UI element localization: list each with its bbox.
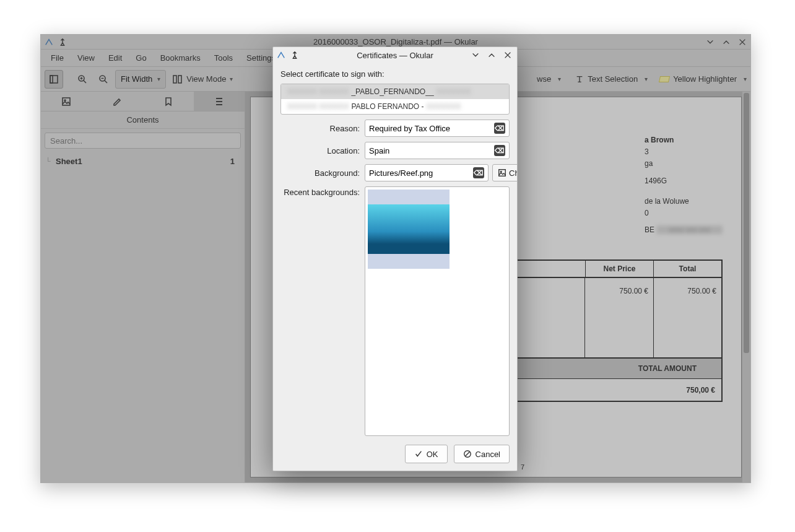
recent-backgrounds-box — [365, 186, 510, 436]
sidebar-tab-thumbnails[interactable] — [41, 92, 92, 111]
menu-tools[interactable]: Tools — [208, 51, 239, 65]
clear-icon[interactable]: ⌫ — [473, 167, 484, 178]
menu-view[interactable]: View — [71, 51, 101, 65]
menu-go[interactable]: Go — [129, 51, 152, 65]
dialog-prompt: Select certificate to sign with: — [280, 69, 510, 79]
sidebar-tab-bookmarks[interactable] — [143, 92, 194, 111]
cancel-button[interactable]: Cancel — [454, 445, 510, 463]
location-input[interactable]: ⌫ — [365, 142, 510, 159]
certificate-item[interactable]: XXXXXX XXXXXX PABLO FERNANDO - XXXXXXX — [281, 99, 509, 114]
close-button[interactable] — [738, 38, 747, 46]
dialog-close-button[interactable] — [503, 51, 512, 59]
background-input[interactable]: ⌫ — [365, 164, 489, 181]
sidebar-search-input[interactable] — [45, 133, 241, 149]
view-mode-button[interactable]: View Mode▾ — [168, 70, 237, 89]
browse-button-cutoff[interactable]: wse — [532, 70, 555, 89]
reason-input[interactable]: ⌫ — [365, 120, 510, 137]
sidebar-tab-contents[interactable] — [194, 92, 245, 111]
zoom-out-button[interactable] — [94, 70, 113, 89]
svg-rect-1 — [50, 76, 58, 83]
tree-branch-icon: └ — [46, 156, 56, 166]
app-icon — [45, 38, 53, 46]
page-address-block: a Brown 3 ga 1496G de la Woluwe 0 BE xxx… — [645, 134, 723, 236]
clear-icon[interactable]: ⌫ — [494, 145, 505, 156]
sidebar-title: Contents — [41, 111, 245, 129]
sidebar: Contents └ Sheet1 1 — [41, 92, 245, 482]
zoom-in-button[interactable] — [73, 70, 92, 89]
zoom-combo[interactable]: Fit Width▾ — [115, 70, 166, 89]
recent-label: Recent backgrounds: — [280, 186, 360, 436]
svg-rect-6 — [63, 98, 70, 105]
certificate-item[interactable]: XXXXXX XXXXXX_PABLO_FERNANDO__XXXXXXX — [281, 84, 509, 99]
dialog-maximize-button[interactable] — [487, 51, 496, 59]
contents-item[interactable]: └ Sheet1 1 — [46, 155, 240, 167]
certificate-list[interactable]: XXXXXX XXXXXX_PABLO_FERNANDO__XXXXXXX XX… — [280, 84, 510, 115]
svg-point-7 — [64, 100, 66, 101]
menu-bookmarks[interactable]: Bookmarks — [154, 51, 207, 65]
highlighter-icon — [659, 76, 670, 82]
toggle-sidebar-button[interactable] — [45, 70, 63, 89]
pin-icon[interactable] — [290, 51, 299, 59]
background-label: Background: — [280, 168, 360, 178]
dialog-titlebar: Certificates — Okular — [273, 47, 517, 63]
image-icon — [498, 168, 506, 177]
reason-label: Reason: — [280, 124, 360, 133]
text-selection-button[interactable]: Text Selection — [571, 70, 642, 89]
cancel-icon — [463, 450, 472, 458]
ok-button[interactable]: OK — [405, 445, 448, 463]
svg-rect-8 — [499, 170, 506, 177]
menu-file[interactable]: File — [45, 51, 70, 65]
clear-icon[interactable]: ⌫ — [494, 123, 505, 134]
check-icon — [414, 450, 423, 458]
dialog-title: Certificates — Okular — [357, 51, 433, 60]
reef-image-icon — [368, 204, 450, 254]
dialog-minimize-button[interactable] — [471, 51, 480, 59]
minimize-button[interactable] — [706, 38, 715, 46]
svg-rect-4 — [173, 76, 176, 83]
maximize-button[interactable] — [722, 38, 731, 46]
sidebar-tab-annotations[interactable] — [92, 92, 142, 111]
menu-edit[interactable]: Edit — [102, 51, 128, 65]
svg-rect-5 — [178, 76, 181, 83]
app-icon — [277, 51, 285, 59]
highlighter-button[interactable]: Yellow Highlighter — [655, 70, 741, 89]
pin-icon[interactable] — [58, 38, 67, 46]
svg-point-9 — [500, 171, 502, 172]
page-number: 7 — [521, 463, 524, 471]
location-label: Location: — [280, 146, 360, 155]
recent-background-thumb[interactable] — [368, 190, 450, 269]
vertical-scrollbar[interactable] — [742, 92, 750, 482]
window-title: 2016000033_OSOR_Digitaliza-t.pdf — Okula… — [313, 37, 478, 46]
choose-button[interactable]: Choose... — [492, 164, 517, 181]
certificates-dialog: Certificates — Okular Select certificate… — [272, 46, 518, 471]
